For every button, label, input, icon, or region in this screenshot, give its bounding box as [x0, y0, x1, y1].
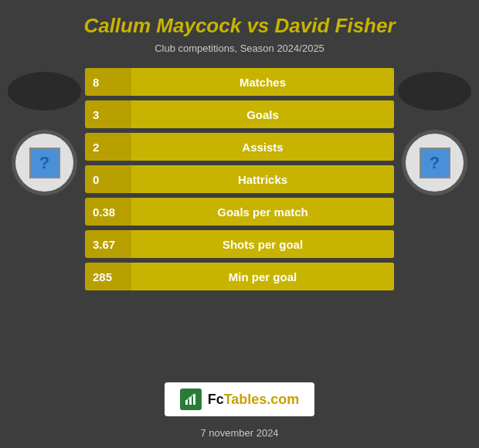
left-question-mark: ?	[39, 153, 49, 173]
stat-label: Shots per goal	[131, 230, 394, 258]
logo-icon	[180, 389, 202, 410]
right-player-side: ?	[398, 68, 471, 195]
right-question-mark: ?	[430, 153, 440, 173]
svg-rect-0	[185, 400, 188, 405]
left-avatar-inner: ?	[29, 148, 60, 178]
right-avatar-placeholder: ?	[406, 134, 464, 192]
stat-row: 0.38Goals per match	[85, 198, 394, 226]
stat-value: 0.38	[85, 205, 131, 219]
logo-text-colored: Tables.com	[224, 392, 300, 407]
stats-center: 8Matches3Goals2Assists0Hattricks0.38Goal…	[81, 68, 398, 290]
logo-box: FcTables.com	[165, 382, 315, 416]
stat-label: Hattricks	[131, 165, 394, 193]
logo-text: FcTables.com	[208, 392, 300, 408]
right-avatar: ?	[402, 130, 467, 195]
stat-value: 0	[85, 173, 131, 186]
main-title: Callum Maycock vs David Fisher	[15, 14, 464, 38]
logo-section: FcTables.com	[0, 375, 479, 423]
stat-row: 2Assists	[85, 133, 394, 161]
stat-value: 8	[85, 76, 131, 89]
content-row: ? 8Matches3Goals2Assists0Hattricks0.38Go…	[0, 60, 479, 375]
subtitle: Club competitions, Season 2024/2025	[15, 42, 464, 54]
left-player-side: ?	[8, 68, 81, 195]
stat-row: 3.67Shots per goal	[85, 230, 394, 258]
stat-value: 3.67	[85, 238, 131, 251]
svg-rect-2	[193, 394, 195, 405]
stat-label: Assists	[131, 133, 394, 161]
stat-label: Min per goal	[131, 263, 394, 290]
stat-row: 285Min per goal	[85, 263, 394, 290]
date-section: 7 november 2024	[0, 423, 479, 448]
stat-label: Goals	[131, 100, 394, 128]
stat-value: 3	[85, 108, 131, 121]
stat-row: 8Matches	[85, 68, 394, 96]
title-section: Callum Maycock vs David Fisher Club comp…	[0, 0, 479, 60]
stat-row: 3Goals	[85, 100, 394, 128]
left-avatar-placeholder: ?	[15, 134, 73, 192]
stat-label: Goals per match	[131, 198, 394, 226]
right-avatar-inner: ?	[420, 148, 450, 178]
right-ellipse-top	[398, 72, 471, 110]
page-wrapper: Callum Maycock vs David Fisher Club comp…	[0, 0, 479, 448]
stat-row: 0Hattricks	[85, 165, 394, 193]
stat-value: 285	[85, 270, 131, 283]
stat-label: Matches	[131, 68, 394, 96]
left-avatar: ?	[12, 130, 77, 195]
left-ellipse-top	[8, 72, 81, 110]
logo-chart-icon	[184, 392, 198, 406]
stat-value: 2	[85, 141, 131, 154]
